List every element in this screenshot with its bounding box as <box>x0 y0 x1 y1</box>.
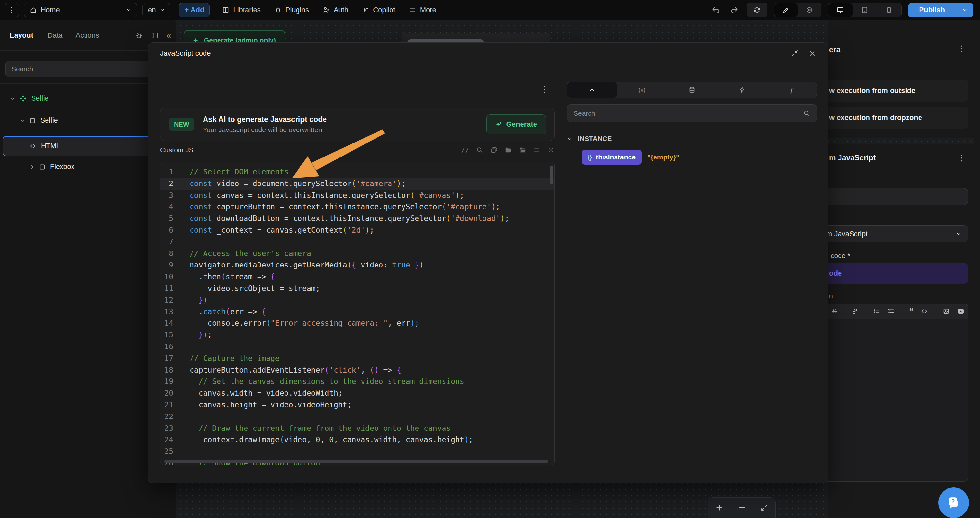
close-icon[interactable] <box>808 49 816 57</box>
tab-layout[interactable]: Layout <box>10 31 33 40</box>
preview-mode-button[interactable] <box>798 3 821 17</box>
nav-copilot[interactable]: Copilot <box>357 3 399 17</box>
help-chat-button[interactable]: ? <box>939 488 969 518</box>
comment-icon[interactable]: // <box>461 146 469 154</box>
code-line[interactable]: 24 _context.drawImage(video, 0, 0, canva… <box>160 434 554 446</box>
bullet-list-icon[interactable] <box>873 308 880 315</box>
add-button[interactable]: + Add <box>179 3 210 17</box>
link-icon[interactable] <box>851 308 858 315</box>
code-line[interactable]: 9navigator.mediaDevices.getUserMedia({ v… <box>160 259 554 271</box>
formula-search-input[interactable] <box>574 109 803 117</box>
refresh-button[interactable] <box>746 3 767 17</box>
tab-elements[interactable] <box>567 82 617 97</box>
code-line[interactable]: 6const _context = canvas.getContext('2d'… <box>160 225 554 236</box>
tree-item-flexbox[interactable]: Flexbox <box>29 163 75 171</box>
code-line[interactable]: 21 canvas.height = video.videoHeight; <box>160 399 554 411</box>
code-line[interactable]: 5const downloadButton = context.thisInst… <box>160 213 554 225</box>
video-icon[interactable] <box>957 308 965 315</box>
app-menu-button[interactable]: ⋮ <box>5 3 19 17</box>
editor-vertical-scrollbar[interactable] <box>550 166 554 185</box>
collapse-panel-icon[interactable]: « <box>167 30 171 41</box>
format-icon[interactable] <box>533 147 540 154</box>
nav-more[interactable]: More <box>404 3 441 17</box>
code-line[interactable]: 20 canvas.width = video.videoWidth; <box>160 387 554 399</box>
tablet-device-button[interactable] <box>853 3 877 17</box>
code-line[interactable]: 4const captureButton = context.thisInsta… <box>160 201 554 213</box>
code-line[interactable]: 1// Select DOM elements <box>160 166 554 178</box>
code-line[interactable]: 15 }); <box>160 329 554 341</box>
code-line[interactable]: 3const canvas = context.thisInstance.que… <box>160 190 554 201</box>
description-textarea[interactable] <box>819 319 968 481</box>
generate-button[interactable]: Generate <box>487 114 546 134</box>
tree-item-selfie-component[interactable]: Selfie <box>10 94 49 102</box>
code-line[interactable]: 13 .catch(err => { <box>160 306 554 318</box>
code-line[interactable]: 23 // Draw the current frame from the vi… <box>160 423 554 434</box>
zoom-in-button[interactable] <box>715 504 724 512</box>
code-line[interactable]: 14 console.error("Error accessing camera… <box>160 317 554 329</box>
language-selector[interactable]: en <box>142 3 170 17</box>
edit-mode-button[interactable] <box>774 3 798 17</box>
code-line[interactable]: 2const video = document.querySelector('#… <box>160 178 554 190</box>
phone-device-button[interactable] <box>877 3 901 17</box>
chevron-down-icon[interactable] <box>10 96 16 102</box>
search-icon[interactable] <box>476 147 483 154</box>
debug-icon[interactable] <box>135 32 143 39</box>
setting-row-execution-outside[interactable]: w execution from outside <box>819 80 968 102</box>
code-line[interactable]: 8// Access the user's camera <box>160 248 554 260</box>
desktop-device-button[interactable] <box>828 3 853 17</box>
code-line[interactable]: 16 <box>160 341 554 353</box>
tab-actions[interactable]: Actions <box>76 31 99 40</box>
instance-section-header[interactable]: INSTANCE <box>567 135 817 142</box>
minimize-icon[interactable] <box>791 49 799 57</box>
formula-search[interactable] <box>567 104 817 122</box>
chevron-down-icon[interactable] <box>19 118 25 124</box>
code-line[interactable]: 25 <box>160 446 554 457</box>
code-line[interactable]: 12 }) <box>160 295 554 306</box>
settings-gear-icon[interactable] <box>547 147 555 154</box>
js-type-select[interactable]: m JavaScript <box>819 225 968 242</box>
nav-libraries[interactable]: Libraries <box>218 3 265 17</box>
tab-data[interactable] <box>667 82 717 97</box>
nav-auth[interactable]: Auth <box>318 3 353 17</box>
code-line[interactable]: 11 video.srcObject = stream; <box>160 283 554 295</box>
publish-dropdown[interactable] <box>956 3 973 17</box>
code-line[interactable]: 7 <box>160 236 554 248</box>
ordered-list-icon[interactable] <box>887 308 894 315</box>
quote-icon[interactable]: ❝ <box>909 306 914 316</box>
chevron-right-icon[interactable] <box>29 164 35 170</box>
kebab-icon[interactable]: ⋮ <box>958 153 966 163</box>
editor-horizontal-scrollbar[interactable] <box>164 460 548 463</box>
publish-button[interactable]: Publish <box>908 3 973 17</box>
code-icon[interactable] <box>921 308 928 315</box>
undo-button[interactable] <box>710 6 722 14</box>
tab-data[interactable]: Data <box>48 31 62 40</box>
fit-screen-button[interactable] <box>760 504 768 512</box>
page-selector[interactable]: Home <box>24 3 137 17</box>
tab-variables[interactable]: (x) <box>617 82 667 97</box>
folder-open-icon[interactable] <box>519 147 526 154</box>
folder-icon[interactable] <box>504 147 512 154</box>
kebab-icon[interactable]: ⋮ <box>958 44 966 54</box>
editor-options-kebab[interactable]: ⋮ <box>537 82 552 95</box>
code-line[interactable]: 22 <box>160 411 554 423</box>
panel-icon[interactable] <box>151 32 159 39</box>
strikethrough-icon[interactable]: S <box>832 308 837 315</box>
zoom-out-button[interactable] <box>738 504 746 512</box>
tree-item-label: Selfie <box>40 116 58 124</box>
code-line[interactable]: 18captureButton.addEventListener('click'… <box>160 364 554 376</box>
code-editor[interactable]: 1// Select DOM elements2const video = do… <box>160 162 555 465</box>
tab-functions[interactable]: ƒ <box>767 82 817 97</box>
nav-plugins[interactable]: Plugins <box>270 3 313 17</box>
code-line[interactable]: 10 .then(stream => { <box>160 271 554 283</box>
tree-item-selfie[interactable]: Selfie <box>19 116 58 124</box>
setting-row-execution-dropzone[interactable]: w execution from dropzone <box>819 107 968 129</box>
tab-workflows[interactable] <box>717 82 767 97</box>
edit-code-button[interactable]: ode <box>819 263 968 284</box>
settings-text-input[interactable] <box>819 188 968 205</box>
this-instance-pill[interactable]: {} thisInstance <box>582 150 641 165</box>
code-line[interactable]: 19 // Set the canvas dimensions to the v… <box>160 376 554 387</box>
image-icon[interactable] <box>943 308 950 315</box>
code-line[interactable]: 17// Capture the image <box>160 353 554 364</box>
copy-icon[interactable] <box>490 147 498 154</box>
redo-button[interactable] <box>728 6 740 14</box>
